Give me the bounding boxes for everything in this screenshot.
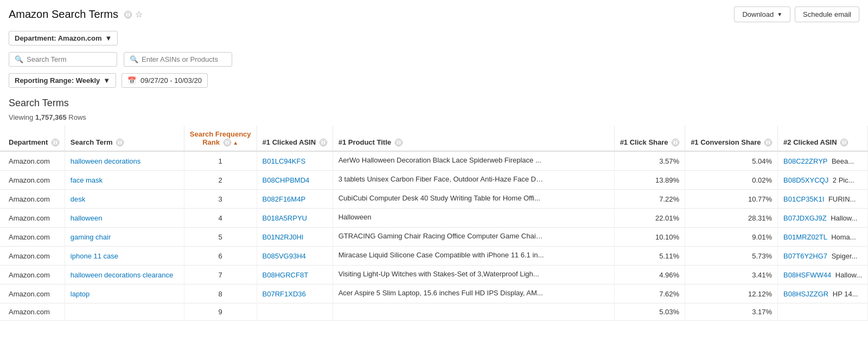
department-label: Department: Amazon.com: [15, 34, 102, 42]
cell-department-0: Amazon.com: [0, 151, 65, 171]
cell-rank-1: 2: [184, 171, 257, 190]
cell-asin2-5: B07T6Y2HG7 Spiger...: [778, 247, 868, 266]
search-term-link-5[interactable]: iphone 11 case: [71, 252, 118, 260]
conv-share-info-icon[interactable]: ⓘ: [764, 139, 772, 146]
cell-conv-share-3: 28.31%: [685, 209, 778, 228]
asin2-link-5[interactable]: B07T6Y2HG7: [783, 252, 827, 260]
star-icon[interactable]: ☆: [135, 9, 143, 20]
cell-asin2-2: B01CP35K1I FURIN...: [778, 190, 868, 209]
cell-search-term-2: desk: [65, 190, 184, 209]
cell-title1-1: 3 tablets Unisex Carbon Fiber Face, Outd…: [333, 171, 614, 190]
cell-click-share-6: 4.96%: [614, 266, 685, 284]
term-info-icon[interactable]: ⓘ: [116, 139, 124, 146]
search-term-link-0[interactable]: halloween decorations: [71, 157, 141, 165]
cell-rank-2: 3: [184, 190, 257, 209]
department-dropdown[interactable]: Department: Amazon.com ▼: [9, 31, 118, 46]
search-term-link-1[interactable]: face mask: [71, 176, 103, 184]
asin2-link-1[interactable]: B08D5XYCQJ: [783, 176, 828, 184]
search-term-link-4[interactable]: gaming chair: [71, 233, 111, 241]
asin1-link-6[interactable]: B08HGRCF8T: [263, 271, 309, 279]
cell-asin1-5: B085VG93H4: [257, 247, 333, 266]
col-header-search-term: Search Term ⓘ: [65, 126, 184, 151]
asin1-info-icon[interactable]: ⓘ: [320, 139, 327, 146]
cell-asin1-0: B01LC94KFS: [257, 151, 333, 171]
cell-title1-7: Acer Aspire 5 Slim Laptop, 15.6 inches F…: [333, 284, 614, 303]
cell-asin2-8: [778, 303, 868, 321]
cell-department-4: Amazon.com: [0, 228, 65, 247]
rank-info-icon[interactable]: ⓘ: [224, 139, 231, 146]
col-header-rank[interactable]: Search FrequencyRank ⓘ ▲: [184, 126, 257, 151]
schedule-email-button[interactable]: Schedule email: [795, 7, 859, 22]
cell-search-term-7: laptop: [65, 284, 184, 303]
asin2-link-3[interactable]: B07JDXGJ9Z: [783, 214, 826, 222]
cell-click-share-4: 10.10%: [614, 228, 685, 247]
cell-rank-0: 1: [184, 151, 257, 171]
cell-search-term-8: [65, 303, 184, 321]
cell-department-3: Amazon.com: [0, 209, 65, 228]
viewing-prefix: Viewing: [9, 113, 35, 121]
search-filters: 🔍 🔍: [0, 50, 868, 69]
cell-search-term-0: halloween decorations: [65, 151, 184, 171]
rows-suffix: Rows: [67, 113, 86, 121]
asin-input[interactable]: [142, 55, 226, 63]
asin1-link-0[interactable]: B01LC94KFS: [263, 157, 306, 165]
search-term-link-6[interactable]: halloween decorations clearance: [71, 271, 173, 279]
search-icon: 🔍: [15, 55, 23, 63]
asin2-link-7[interactable]: B08HSJZZGR: [783, 290, 828, 298]
dept-info-icon[interactable]: ⓘ: [52, 139, 59, 146]
search-term-link-2[interactable]: desk: [71, 195, 85, 203]
calendar-icon: 📅: [127, 76, 136, 85]
asin2-link-0[interactable]: B08C22ZRYP: [783, 157, 827, 165]
asin1-link-3[interactable]: B018A5RPYU: [263, 214, 307, 222]
asin2-info-icon[interactable]: ⓘ: [840, 139, 848, 146]
asin2-link-2[interactable]: B01CP35K1I: [783, 195, 824, 203]
search-term-input[interactable]: [27, 55, 111, 63]
cell-asin1-8: [257, 303, 333, 321]
asin-search-box[interactable]: 🔍: [124, 52, 232, 67]
reporting-range-dropdown[interactable]: Reporting Range: Weekly ▼: [9, 73, 116, 88]
cell-asin1-7: B07RF1XD36: [257, 284, 333, 303]
title-text: Amazon Search Terms: [9, 8, 118, 21]
col-header-click-share: #1 Click Share ⓘ: [614, 126, 685, 151]
cell-rank-7: 8: [184, 284, 257, 303]
cell-asin2-4: B01MRZ02TL Homa...: [778, 228, 868, 247]
asin1-link-7[interactable]: B07RF1XD36: [263, 290, 306, 298]
cell-rank-6: 7: [184, 266, 257, 284]
info-circle-icon[interactable]: ⓘ: [124, 11, 132, 18]
cell-department-5: Amazon.com: [0, 247, 65, 266]
cell-conv-share-1: 0.02%: [685, 171, 778, 190]
cell-search-term-4: gaming chair: [65, 228, 184, 247]
search-term-link-3[interactable]: halloween: [71, 214, 103, 222]
download-button[interactable]: Download ▼: [734, 7, 790, 22]
asin2-link-6[interactable]: B08HSFWW44: [783, 271, 831, 279]
cell-asin1-4: B01N2RJ0HI: [257, 228, 333, 247]
page-title: Amazon Search Terms ⓘ ☆: [9, 8, 143, 21]
cell-asin2-0: B08C22ZRYP Beea...: [778, 151, 868, 171]
cell-department-1: Amazon.com: [0, 171, 65, 190]
header-bar: Amazon Search Terms ⓘ ☆ Download ▼ Sched…: [0, 0, 868, 27]
asin1-link-5[interactable]: B085VG93H4: [263, 252, 306, 260]
cell-asin1-3: B018A5RPYU: [257, 209, 333, 228]
header-actions: Download ▼ Schedule email: [734, 7, 859, 22]
table-row: Amazon.com halloween decorations 1 B01LC…: [0, 151, 868, 171]
search-term-box[interactable]: 🔍: [9, 52, 117, 67]
col-header-asin2: #2 Clicked ASIN ⓘ: [778, 126, 868, 151]
asin1-link-1[interactable]: B08CHPBMD4: [263, 176, 310, 184]
download-label: Download: [742, 10, 774, 18]
cell-asin2-6: B08HSFWW44 Hallow...: [778, 266, 868, 284]
section-title: Search Terms: [0, 92, 868, 111]
asin2-link-4[interactable]: B01MRZ02TL: [783, 233, 827, 241]
date-range-display[interactable]: 📅 09/27/20 - 10/03/20: [122, 73, 208, 88]
range-chevron-icon: ▼: [103, 76, 110, 85]
cell-click-share-0: 3.57%: [614, 151, 685, 171]
cell-asin2-7: B08HSJZZGR HP 14...: [778, 284, 868, 303]
cell-conv-share-7: 12.12%: [685, 284, 778, 303]
cell-department-8: Amazon.com: [0, 303, 65, 321]
click-share-info-icon[interactable]: ⓘ: [672, 139, 679, 146]
title1-info-icon[interactable]: ⓘ: [395, 139, 403, 146]
search-term-link-7[interactable]: laptop: [71, 290, 90, 298]
asin1-link-4[interactable]: B01N2RJ0HI: [263, 233, 304, 241]
asin1-link-2[interactable]: B082F16M4P: [263, 195, 306, 203]
table-row: Amazon.com face mask 2 B08CHPBMD4 3 tabl…: [0, 171, 868, 190]
cell-department-7: Amazon.com: [0, 284, 65, 303]
